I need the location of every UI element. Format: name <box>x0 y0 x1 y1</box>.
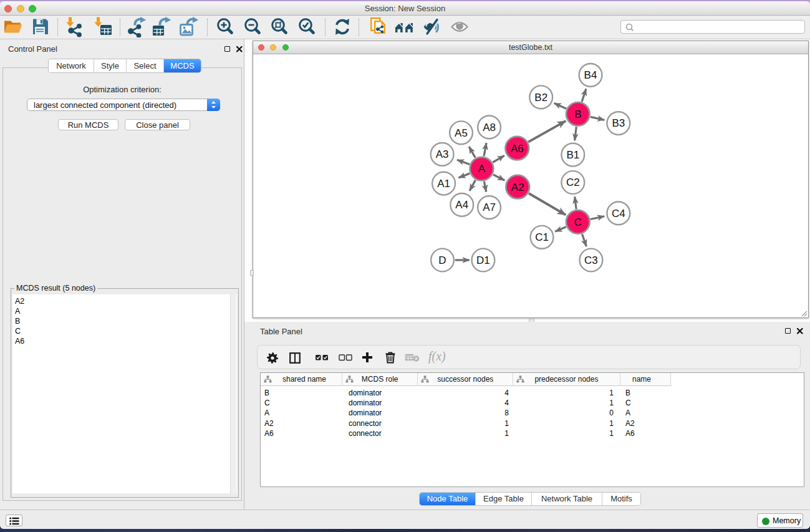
svg-text:B2: B2 <box>534 92 547 104</box>
svg-text:D: D <box>438 254 446 266</box>
svg-text:D1: D1 <box>476 254 490 266</box>
svg-text:A4: A4 <box>455 199 468 211</box>
svg-text:A2: A2 <box>511 181 524 193</box>
svg-text:A5: A5 <box>455 127 468 139</box>
svg-text:A7: A7 <box>483 201 496 213</box>
svg-text:A6: A6 <box>511 143 524 155</box>
svg-text:C1: C1 <box>535 231 549 243</box>
svg-text:B: B <box>574 109 581 120</box>
svg-text:C2: C2 <box>566 177 580 188</box>
svg-text:A1: A1 <box>437 178 450 190</box>
svg-text:A: A <box>478 163 486 175</box>
svg-text:C: C <box>574 216 582 228</box>
svg-text:B4: B4 <box>584 69 597 81</box>
svg-text:A3: A3 <box>436 148 449 160</box>
svg-text:C4: C4 <box>612 208 625 220</box>
svg-text:B3: B3 <box>612 117 625 129</box>
svg-text:A8: A8 <box>483 122 496 133</box>
svg-text:C3: C3 <box>584 254 598 266</box>
svg-text:B1: B1 <box>566 149 579 161</box>
